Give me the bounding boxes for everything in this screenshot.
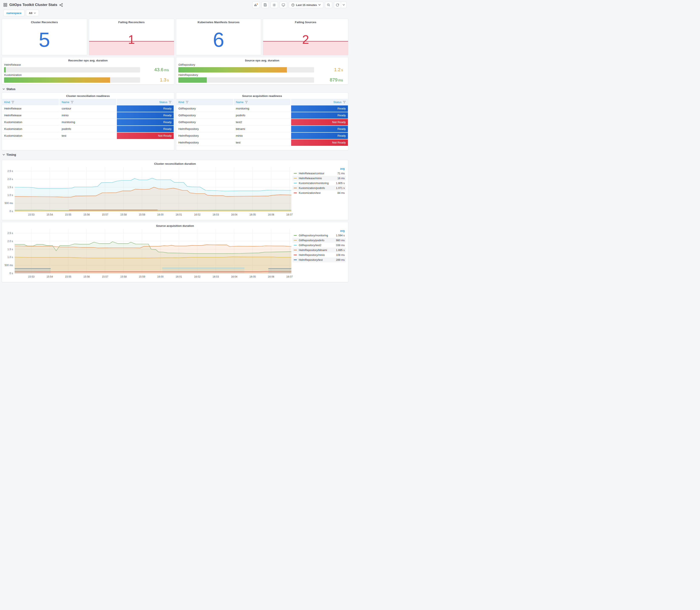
series-color-icon (294, 245, 297, 245)
gauge-unit: s (167, 78, 169, 82)
gauge-panel: Reconciler ops avg. durationHelmRelease4… (2, 57, 174, 85)
cell-kind: GitRepository (176, 112, 233, 119)
column-header-name[interactable]: Name (234, 99, 291, 105)
legend-item[interactable]: Kustomization/monitoring1.605 s (292, 181, 346, 186)
cell-kind: HelmRepository (176, 139, 233, 146)
apps-grid-icon[interactable] (3, 3, 7, 7)
cell-kind: GitRepository (176, 105, 233, 112)
timeseries-plot: 15:5315:5415:5515:5615:5715:5815:5916:00… (3, 166, 293, 217)
cell-status: Ready (117, 126, 174, 132)
time-range-label: Last 15 minutes (296, 3, 317, 6)
panel-title[interactable]: Source acquisition duration (3, 223, 347, 228)
svg-text:16:03: 16:03 (212, 213, 219, 216)
clock-icon (291, 3, 295, 6)
svg-text:15:59: 15:59 (139, 213, 145, 216)
legend-item[interactable]: Kustomization/podinfo1.071 s (292, 186, 346, 190)
status-badge: Ready (117, 106, 174, 112)
svg-text:16:07: 16:07 (286, 213, 293, 216)
gauge-bar-row: 1.3s (4, 77, 172, 83)
cycle-view-mode-button[interactable] (280, 2, 287, 8)
section-header-timing[interactable]: Timing (2, 150, 348, 158)
chevron-down-icon (2, 88, 5, 90)
filter-icon[interactable] (186, 101, 189, 103)
panel-title[interactable]: Source acquisition readiness (176, 93, 348, 98)
save-dashboard-button[interactable] (262, 2, 269, 8)
legend-item[interactable]: GitRepository/test2338 ms (292, 243, 346, 247)
column-header-status[interactable]: Status (291, 99, 348, 105)
dashboard-settings-button[interactable] (271, 2, 278, 8)
legend-avg-value: 1.071 s (332, 187, 345, 190)
cell-name: contour (60, 105, 116, 112)
column-header-kind[interactable]: Kind (2, 99, 59, 105)
panel-title[interactable]: Source ops avg. duration (176, 57, 348, 63)
filter-icon[interactable] (343, 101, 346, 103)
panel-title[interactable]: Reconciler ops avg. duration (2, 57, 174, 63)
gauge-fill (4, 67, 6, 73)
legend-series-name: HelmRelease/minio (299, 177, 332, 180)
gauge-rows: HelmRelease43.6msKustomization1.3s (2, 63, 174, 83)
variable-label-namespace[interactable]: namespace (3, 10, 25, 16)
panel-title[interactable]: Failing Sources (263, 19, 348, 24)
legend-item[interactable]: Kustomization/test84 ms (292, 190, 346, 195)
legend-avg-value: 71 ms (332, 172, 345, 175)
refresh-button[interactable] (334, 2, 341, 8)
legend-item[interactable]: HelmRepository/minio108 ms (292, 253, 346, 257)
legend-item[interactable]: GitRepository/monitoring1.594 s (292, 233, 346, 238)
column-header-status[interactable]: Status (117, 99, 174, 105)
svg-text:1.5 s: 1.5 s (7, 186, 13, 189)
legend-item[interactable]: HelmRepository/bitnami1.695 s (292, 247, 346, 253)
column-header-kind[interactable]: Kind (176, 99, 233, 105)
readiness-table: KindNameStatusGitRepositorymonitoringRea… (176, 99, 348, 146)
legend-avg-value: 1.695 s (332, 249, 345, 252)
stat-value: 5 (39, 30, 50, 50)
svg-text:16:04: 16:04 (231, 213, 238, 216)
legend-avg-value: 1.605 s (332, 182, 345, 185)
column-header-label: Name (236, 100, 244, 104)
column-header-name[interactable]: Name (60, 99, 116, 105)
gauge-unit: ms (164, 68, 169, 72)
panel-title[interactable]: Cluster reconciliation readiness (2, 93, 174, 98)
svg-text:0 s: 0 s (10, 210, 13, 213)
gauge-value: 1.2s (314, 67, 346, 73)
chart-legend: avgGitRepository/monitoring1.594 sGitRep… (292, 229, 346, 262)
legend-item[interactable]: HelmRepository/test289 ms (292, 257, 346, 262)
svg-text:15:55: 15:55 (65, 275, 71, 278)
stat-value: 1 (128, 33, 135, 46)
add-panel-button[interactable] (252, 2, 260, 8)
series-color-icon (294, 255, 297, 255)
cell-kind: HelmRepository (176, 132, 233, 139)
filter-icon[interactable] (245, 101, 248, 103)
filter-icon[interactable] (12, 101, 14, 103)
legend-avg-header: avg (292, 167, 346, 171)
variable-value-dropdown[interactable]: All (26, 10, 39, 16)
panel-title[interactable]: Failing Reconcilers (89, 19, 174, 24)
gauge-value: 879ms (314, 77, 346, 83)
legend-item[interactable]: HelmRelease/contour71 ms (292, 171, 346, 176)
panel-title[interactable]: Cluster Reconcilers (2, 19, 87, 24)
legend-item[interactable]: GitRepository/podinfo980 ms (292, 238, 346, 243)
panel-title[interactable]: Kubernetes Manifests Sources (176, 19, 261, 24)
legend-item[interactable]: HelmRelease/minio16 ms (292, 176, 346, 181)
zoom-out-button[interactable] (325, 2, 332, 8)
chart-panel: Cluster reconciliation duration15:5315:5… (2, 160, 348, 220)
section-header-status[interactable]: Status (2, 85, 348, 93)
svg-text:15:57: 15:57 (102, 275, 108, 278)
gauge-label: GitRepository (179, 63, 346, 66)
svg-text:15:57: 15:57 (102, 213, 108, 216)
series-color-icon (294, 188, 297, 188)
share-icon[interactable] (59, 3, 63, 7)
refresh-interval-dropdown[interactable] (341, 2, 347, 8)
filter-icon[interactable] (71, 101, 74, 103)
table-panel: Source acquisition readinessKindNameStat… (176, 93, 348, 150)
gauge-number: 1.3 (160, 77, 166, 82)
status-badge: Ready (117, 112, 174, 118)
svg-text:15:58: 15:58 (120, 213, 127, 216)
panel-title[interactable]: Cluster reconciliation duration (3, 160, 347, 166)
legend-avg-value: 289 ms (332, 258, 345, 261)
gauge-fill (4, 77, 110, 83)
filter-icon[interactable] (169, 101, 172, 103)
gauge-track (4, 77, 140, 83)
chart-legend: avgHelmRelease/contour71 msHelmRelease/m… (292, 167, 346, 195)
time-range-picker[interactable]: Last 15 minutes (289, 2, 323, 8)
cell-kind: Kustomization (2, 126, 59, 132)
